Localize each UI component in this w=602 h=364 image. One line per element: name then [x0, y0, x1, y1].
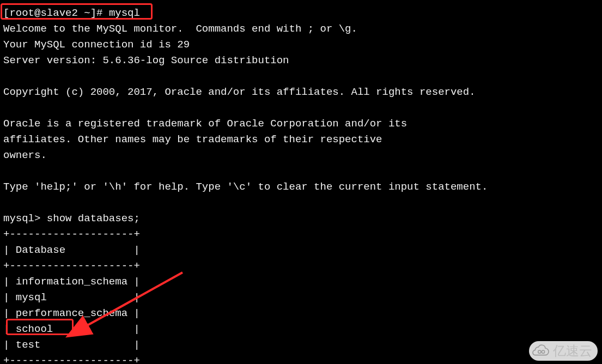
- mysql-prompt-line: mysql> show databases;: [3, 213, 140, 225]
- watermark: 亿速云: [529, 341, 598, 361]
- cloud-icon: [532, 344, 550, 357]
- table-border-mid: +--------------------+: [3, 260, 140, 272]
- terminal-output[interactable]: [root@slave2 ~]# mysql Welcome to the My…: [0, 0, 602, 364]
- shell-command: mysql: [109, 7, 140, 19]
- table-row: | mysql |: [3, 292, 140, 304]
- mysql-command: show databases;: [47, 213, 140, 225]
- watermark-text: 亿速云: [553, 342, 592, 360]
- welcome-text: Welcome to the MySQL monitor. Commands e…: [3, 23, 488, 193]
- table-border-bottom: +--------------------+: [3, 355, 140, 364]
- table-header-row: | Database |: [3, 244, 140, 256]
- table-row: | performance_schema |: [3, 307, 140, 319]
- table-row: | test |: [3, 339, 140, 351]
- shell-prompt-line: [root@slave2 ~]# mysql: [3, 7, 140, 19]
- svg-point-2: [538, 350, 541, 353]
- table-border-top: +--------------------+: [3, 228, 140, 240]
- table-row: | information_schema |: [3, 276, 140, 288]
- svg-point-3: [542, 350, 544, 353]
- table-row: | school |: [3, 323, 140, 335]
